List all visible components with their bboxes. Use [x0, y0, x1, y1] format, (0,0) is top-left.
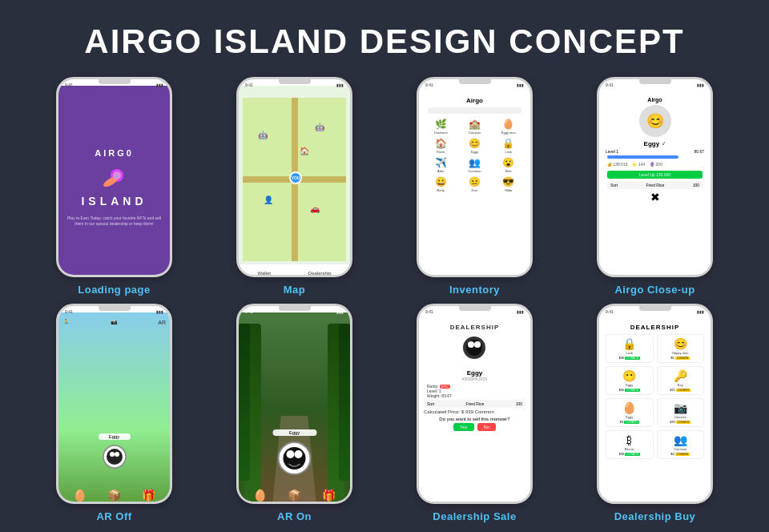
deal-buy-label: Dealership Buy [614, 510, 696, 522]
item-name-8: Coinmon [468, 169, 481, 173]
buy-item-3[interactable]: 😶 Eggy $25 COINMON [606, 366, 654, 395]
ar-off-monster[interactable]: Eggy [99, 433, 131, 480]
inventory-item-1[interactable]: 🌿Carnivine [426, 119, 455, 135]
phone-map: 9:41 ▮▮▮ 🤖 🏠 👤 🚗 🤖 YOU [236, 77, 352, 277]
ar-on-content: Eggy 🥚 📦 🎁 [239, 312, 350, 504]
deal-sale-content: DEALERSHIP Eggy #3030PKJF0X Rarity: EPIC [419, 312, 530, 504]
inventory-item-6[interactable]: 🔒Lock [494, 138, 523, 154]
sort-section[interactable]: Sort Fried Rice 100 [607, 181, 703, 189]
ar-on-box-icon: 📦 [288, 489, 301, 502]
item-name-12: Hillar [505, 188, 512, 192]
coinmon-buy-icon: 👥 [674, 433, 687, 446]
buy-item-name-7: Bitcoin [625, 447, 634, 451]
deal-sale-label: Dealership Sale [433, 510, 516, 522]
borly-icon: 😀 [435, 176, 447, 187]
inventory-search-bar[interactable] [428, 107, 521, 114]
inventory-item-11[interactable]: 😐Koin [460, 176, 489, 192]
map-wallet-btn[interactable]: Wallet [257, 271, 270, 276]
inventory-item-5[interactable]: 😊Eggy [460, 138, 489, 154]
item-name-1: Carnivine [434, 131, 448, 135]
ar-off-monster-img [99, 442, 131, 480]
closeup-title: Airgo [604, 97, 706, 103]
svg-point-14 [474, 341, 481, 348]
carnivine-icon: 🌿 [435, 119, 447, 130]
ar-on-bg: Eggy 🥚 📦 🎁 [239, 312, 350, 504]
deal-sort[interactable]: Sort Fried Rice 100 [424, 400, 525, 408]
buy-item-name-4: Key [678, 383, 683, 387]
coinmon-icon: 👥 [469, 157, 481, 168]
ar-camera-icon: 📷 [111, 319, 118, 325]
ar-on-monster-img [272, 438, 316, 482]
inventory-item-4[interactable]: 🏠Home [426, 138, 455, 154]
map-deal-btn[interactable]: Dealership [308, 271, 332, 276]
map-you-marker: YOU [289, 171, 302, 184]
status-bar-ar-on: 9:41 ▮▮▮ [245, 309, 344, 314]
buy-item-price-5: $3 COINMON [620, 420, 639, 424]
buy-item-1[interactable]: 🔒 Lock $20 COINMON [606, 334, 654, 363]
inventory-item-3[interactable]: 🥚Eggy mon [494, 119, 523, 135]
screen-item-deal-sale: 9:41 ▮▮▮ DEALERSHIP Eggy #3030P [393, 304, 557, 522]
phone-loading: 9:41 ▮▮▮ AIRG0 ISLAND Play to Earn Today… [56, 77, 172, 277]
map-marker-4: 🚗 [310, 204, 320, 213]
phone-ar-on: 9:41 ▮▮▮ Eggy [236, 304, 352, 504]
buy-item-name-3: Eggy [626, 383, 633, 387]
loading-label: Loading page [78, 284, 151, 296]
deal-no-btn[interactable]: No [477, 423, 497, 431]
page-title: AIRGO ISLAND DESIGN CONCEPT [0, 0, 769, 77]
closeup-screen-content: Airgo 😊 Eggy ♂ Level 1 80.67 💰 138,019 ⭐… [599, 86, 711, 277]
eggy-buy-icon-2: 🥚 [622, 401, 636, 414]
hp-bar [607, 155, 678, 159]
svg-point-4 [107, 449, 123, 465]
inventory-item-2[interactable]: 🏫Campus [460, 119, 489, 135]
item-name-2: Campus [469, 131, 481, 135]
map-screen-content: 🤖 🏠 👤 🚗 🤖 YOU Wallet Dealership [239, 86, 350, 277]
buy-item-7[interactable]: ₿ Bitcoin $20 COINMON [606, 430, 654, 459]
deal-sale-name: Eggy [424, 369, 525, 377]
buy-item-8[interactable]: 👥 Coinmon $3 COINMON [657, 430, 705, 459]
ar-status[interactable]: AR [158, 320, 166, 325]
deal-sale-monster-img [424, 334, 525, 367]
eggymon-icon: 🥚 [502, 119, 514, 130]
screen-item-closeup: 9:41 ▮▮▮ Airgo 😊 Eggy ♂ Level 1 80.67 💰 … [573, 77, 737, 296]
buy-item-6[interactable]: 📷 Camera $70 COINMON [657, 398, 705, 427]
closeup-close-btn[interactable]: ✖ [604, 191, 706, 204]
rarity-badge: EPIC [440, 385, 450, 389]
level-up-btn[interactable]: Level Up 139,000 [607, 171, 703, 179]
hillar-icon: 😎 [502, 176, 514, 187]
deal-confirm-text: Do you want to sell this monster? [424, 417, 525, 421]
svg-point-10 [294, 450, 302, 458]
map-marker-5: 🤖 [315, 123, 324, 131]
screen-item-ar-off: 9:41 ▮▮▮ 🏃 📷 AR Eggy [32, 304, 196, 522]
item-name-7: Aker [437, 169, 444, 173]
eggy-icon: 😊 [469, 138, 481, 149]
gift-icon: 🎁 [142, 489, 155, 502]
inventory-item-9[interactable]: 😮Klee [494, 157, 523, 173]
deal-sale-id: #3030PKJF0X [424, 377, 525, 381]
buy-item-2[interactable]: 😊 Happy mon $5 COINMON [657, 334, 705, 363]
map-bottom-bar: Wallet Dealership [239, 264, 350, 277]
ar-on-monster-container[interactable]: Eggy [272, 429, 316, 486]
inventory-item-10[interactable]: 😀Borly [426, 176, 455, 192]
inventory-item-12[interactable]: 😎Hillar [494, 176, 523, 192]
map-area: 🤖 🏠 👤 🚗 🤖 YOU [243, 98, 346, 261]
buy-item-price-8: $3 COINMON [670, 452, 690, 456]
buy-item-5[interactable]: 🥚 Eggy $3 COINMON [606, 398, 654, 427]
deal-yes-btn[interactable]: Yes [453, 423, 474, 431]
deal-buy-content: DEALERSHIP 🔒 Lock $20 COINMON 😊 Happy mo… [599, 312, 711, 504]
buy-item-4[interactable]: 🔑 Key $75 COINMON [657, 366, 705, 395]
closeup-level: Level 1 80.67 [604, 149, 706, 154]
status-bar-ar-off: 9:41 ▮▮▮ [65, 309, 163, 314]
item-name-4: Home [437, 150, 445, 154]
screen-item-loading: 9:41 ▮▮▮ AIRG0 ISLAND Play to Earn Today… [32, 77, 196, 296]
inventory-item-7[interactable]: ✈️Aker [426, 157, 455, 173]
buy-item-price-7: $20 COINMON [619, 452, 640, 456]
campus-icon: 🏫 [469, 119, 481, 130]
happymon-icon: 😊 [674, 337, 687, 350]
svg-point-12 [466, 340, 482, 356]
svg-point-13 [468, 341, 474, 348]
ar-on-gift-icon: 🎁 [322, 489, 336, 502]
inventory-item-8[interactable]: 👥Coinmon [460, 157, 489, 173]
item-name-6: Lock [505, 150, 512, 154]
deal-price: Calculated Price: $ 939 Coinmon [424, 409, 525, 414]
svg-point-9 [286, 450, 294, 458]
